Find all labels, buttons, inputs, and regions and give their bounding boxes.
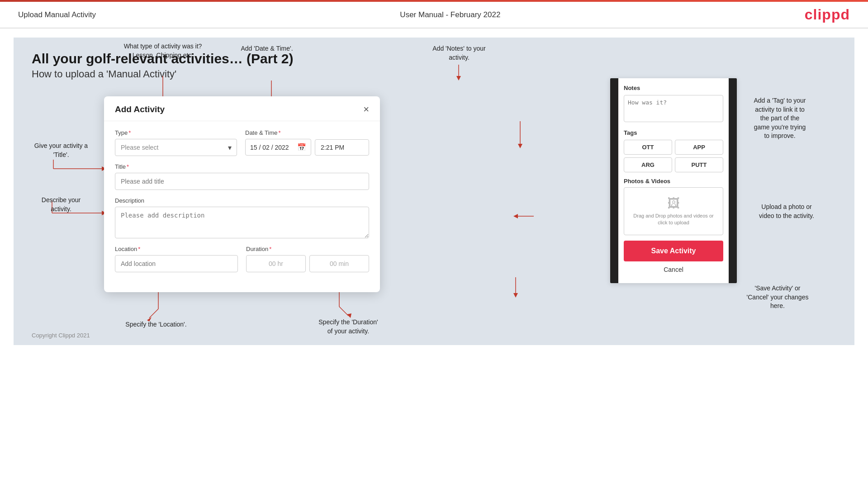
date-input-wrapper[interactable]: 📅 bbox=[245, 139, 311, 156]
duration-label: Duration* bbox=[246, 246, 369, 252]
location-duration-row: Location* Duration* bbox=[115, 246, 369, 272]
logo: clippd bbox=[805, 6, 850, 23]
datetime-annotation: Add 'Date & Time'. bbox=[222, 44, 312, 53]
tags-grid: OTT APP ARG PUTT bbox=[624, 140, 723, 172]
title-label: Title* bbox=[115, 163, 369, 170]
duration-hr-input[interactable] bbox=[246, 255, 306, 272]
footer: Copyright Clippd 2021 bbox=[32, 332, 90, 339]
modal-body: Type* Please select Date & Time* bbox=[104, 121, 380, 272]
modal-title: Add Activity bbox=[115, 104, 165, 114]
date-input[interactable] bbox=[250, 144, 295, 151]
type-select-wrapper[interactable]: Please select bbox=[115, 139, 237, 156]
description-label: Description bbox=[115, 197, 369, 204]
time-input[interactable] bbox=[315, 139, 369, 156]
description-row: Description bbox=[115, 197, 369, 238]
add-activity-modal: Add Activity × Type* Please select bbox=[104, 96, 380, 292]
svg-marker-21 bbox=[513, 214, 518, 218]
title-row: Title* bbox=[115, 163, 369, 190]
save-activity-button[interactable]: Save Activity bbox=[624, 241, 723, 261]
tags-label: Tags bbox=[624, 129, 723, 136]
location-annotation: Specify the 'Location'. bbox=[111, 320, 201, 329]
top-bar: Upload Manual Activity User Manual - Feb… bbox=[0, 0, 868, 28]
svg-line-11 bbox=[149, 309, 158, 318]
manual-label: User Manual - February 2022 bbox=[400, 10, 500, 19]
datetime-row: 📅 bbox=[245, 139, 369, 156]
type-annotation: What type of activity was it? Lesson, Ch… bbox=[104, 42, 222, 60]
description-group: Description bbox=[115, 197, 369, 238]
notes-annotation: Add 'Notes' to your activity. bbox=[407, 44, 511, 62]
location-label: Location* bbox=[115, 246, 238, 252]
tag-ott[interactable]: OTT bbox=[624, 140, 672, 155]
upload-text: Drag and Drop photos and videos or click… bbox=[629, 213, 718, 227]
type-label: Type* bbox=[115, 129, 237, 136]
svg-marker-19 bbox=[518, 144, 522, 148]
tag-putt[interactable]: PUTT bbox=[675, 157, 723, 172]
duration-group: Duration* bbox=[246, 246, 369, 272]
datetime-group: Date & Time* 📅 bbox=[245, 129, 369, 156]
type-datetime-row: Type* Please select Date & Time* bbox=[115, 129, 369, 156]
phone-inner: Notes Tags OTT APP ARG PUTT Photos & Vid… bbox=[618, 78, 729, 283]
modal-header: Add Activity × bbox=[104, 96, 380, 121]
cancel-link[interactable]: Cancel bbox=[624, 266, 723, 277]
notes-label: Notes bbox=[624, 85, 723, 91]
copyright-text: Copyright Clippd 2021 bbox=[32, 332, 90, 339]
tag-app[interactable]: APP bbox=[675, 140, 723, 155]
description-annotation: Describe your activity. bbox=[27, 196, 95, 213]
location-input[interactable] bbox=[115, 255, 238, 272]
svg-marker-23 bbox=[513, 293, 518, 298]
title-group: Title* bbox=[115, 163, 369, 190]
save-annotation: 'Save Activity' or 'Cancel' your changes… bbox=[719, 284, 836, 311]
photos-label: Photos & Videos bbox=[624, 178, 723, 185]
type-group: Type* Please select bbox=[115, 129, 237, 156]
svg-line-14 bbox=[339, 307, 348, 316]
duration-row bbox=[246, 255, 369, 272]
description-textarea[interactable] bbox=[115, 207, 369, 238]
modal-close-button[interactable]: × bbox=[363, 104, 369, 114]
upload-zone[interactable]: 🖼 Drag and Drop photos and videos or cli… bbox=[624, 187, 723, 235]
notes-textarea[interactable] bbox=[624, 95, 723, 122]
tag-annotation: Add a 'Tag' to your activity to link it … bbox=[723, 96, 836, 141]
phone-left-bar bbox=[610, 78, 618, 283]
title-annotation: Give your activity a 'Title'. bbox=[27, 142, 95, 159]
upload-annotation: Upload a photo or video to the activity. bbox=[737, 203, 836, 220]
notes-panel: Notes Tags OTT APP ARG PUTT Photos & Vid… bbox=[610, 78, 737, 283]
duration-min-input[interactable] bbox=[309, 255, 369, 272]
duration-annotation: Specify the 'Duration' of your activity. bbox=[294, 318, 403, 336]
title-input[interactable] bbox=[115, 173, 369, 190]
upload-icon: 🖼 bbox=[629, 196, 718, 211]
calendar-icon: 📅 bbox=[297, 143, 306, 152]
datetime-label: Date & Time* bbox=[245, 129, 369, 136]
type-select[interactable]: Please select bbox=[115, 139, 237, 156]
page-label: Upload Manual Activity bbox=[18, 10, 96, 19]
main-content: All your golf-relevant activities… (Part… bbox=[14, 38, 854, 345]
location-group: Location* bbox=[115, 246, 238, 272]
tag-arg[interactable]: ARG bbox=[624, 157, 672, 172]
svg-marker-15 bbox=[347, 313, 351, 318]
phone-right-bar bbox=[729, 78, 737, 283]
